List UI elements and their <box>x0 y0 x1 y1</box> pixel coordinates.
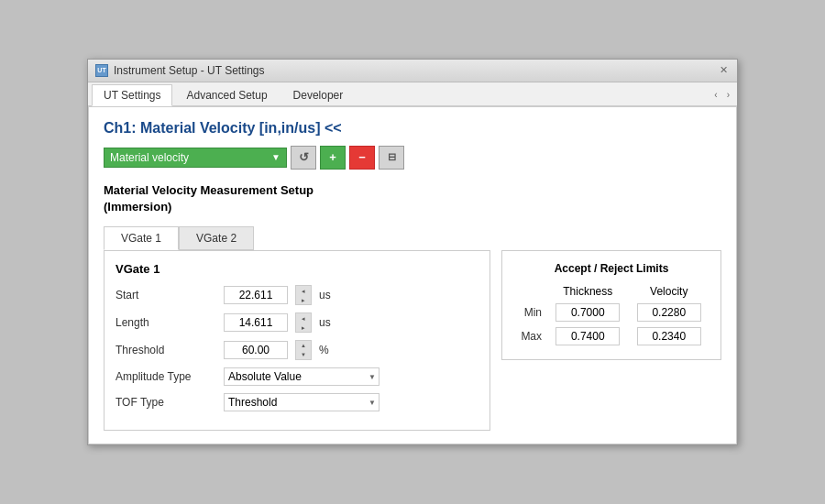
start-label: Start <box>116 289 216 301</box>
reset-button[interactable]: ↺ <box>291 146 316 170</box>
start-arrows: ◂ ▸ <box>295 285 312 305</box>
length-right-arrow[interactable]: ▸ <box>296 323 311 332</box>
main-window: UT Instrument Setup - UT Settings ✕ UT S… <box>87 59 738 445</box>
min-velocity-cell <box>629 301 710 324</box>
right-panel: Accept / Reject Limits Thickness Velocit… <box>501 250 721 360</box>
remove-icon: − <box>358 150 366 164</box>
threshold-down-arrow[interactable]: ▼ <box>296 350 311 359</box>
main-content: Ch1: Material Velocity [in,in/us] << Mat… <box>88 106 737 444</box>
vgate-tab-2[interactable]: VGate 2 <box>179 226 254 250</box>
length-row: Length ◂ ▸ us <box>116 312 478 333</box>
reset-icon: ↺ <box>299 150 309 164</box>
save-icon: ⊟ <box>388 151 396 163</box>
add-icon: + <box>329 150 336 164</box>
tab-developer[interactable]: Developer <box>281 84 356 105</box>
tab-ut-settings[interactable]: UT Settings <box>92 84 172 106</box>
threshold-spinner: ▲ ▼ <box>295 340 312 360</box>
tab-advanced-setup[interactable]: Advanced Setup <box>174 84 279 105</box>
max-row: Max <box>513 324 710 348</box>
length-arrows: ◂ ▸ <box>295 312 312 333</box>
tab-bar-left: UT Settings Advanced Setup Developer <box>92 84 357 105</box>
max-thickness-input[interactable] <box>556 327 620 345</box>
min-velocity-input[interactable] <box>637 303 701 322</box>
amplitude-type-wrapper: Absolute Value <box>224 367 380 386</box>
limits-table: Thickness Velocity Min <box>513 282 710 348</box>
tab-nav: ‹ › <box>710 84 737 105</box>
max-velocity-input[interactable] <box>637 327 701 345</box>
tof-type-select[interactable]: Threshold <box>224 393 380 411</box>
min-thickness-cell <box>547 301 628 324</box>
section-header: Ch1: Material Velocity [in,in/us] << <box>104 120 721 137</box>
save-button[interactable]: ⊟ <box>379 146 404 170</box>
add-button[interactable]: + <box>320 146 346 170</box>
tof-type-wrapper: Threshold <box>224 393 380 411</box>
material-velocity-dropdown[interactable]: Material velocity ▼ <box>104 148 287 168</box>
vgate-tab-1[interactable]: VGate 1 <box>104 226 179 250</box>
threshold-input[interactable] <box>224 341 288 359</box>
dropdown-arrow-icon: ▼ <box>271 152 280 162</box>
max-velocity-cell <box>629 324 710 348</box>
remove-button[interactable]: − <box>349 146 375 170</box>
tab-bar: UT Settings Advanced Setup Developer ‹ › <box>88 82 737 106</box>
window-icon: UT <box>95 64 108 77</box>
main-panels: VGate 1 Start ◂ ▸ us Length <box>104 250 721 431</box>
start-input[interactable] <box>224 286 288 304</box>
window-title: Instrument Setup - UT Settings <box>114 64 265 77</box>
start-left-arrow[interactable]: ◂ <box>296 286 311 295</box>
tof-type-row: TOF Type Threshold <box>116 393 478 411</box>
tof-type-label: TOF Type <box>116 396 216 409</box>
min-row: Min <box>513 301 710 324</box>
left-panel: VGate 1 Start ◂ ▸ us Length <box>104 250 490 431</box>
length-input[interactable] <box>224 313 288 332</box>
vgate-section: VGate 1 VGate 2 VGate 1 Start ◂ ▸ <box>104 226 721 431</box>
length-unit: us <box>319 316 337 329</box>
length-left-arrow[interactable]: ◂ <box>296 313 311 323</box>
nav-prev-arrow[interactable]: ‹ <box>710 88 720 102</box>
left-panel-title: VGate 1 <box>116 262 478 276</box>
velocity-col-header: Velocity <box>629 282 710 301</box>
threshold-row: Threshold ▲ ▼ % <box>116 340 478 360</box>
threshold-unit: % <box>319 344 337 356</box>
measurement-title: Material Velocity Measurement Setup (Imm… <box>104 182 721 215</box>
toolbar-row: Material velocity ▼ ↺ + − ⊟ <box>104 146 721 170</box>
max-label: Max <box>513 324 547 348</box>
nav-next-arrow[interactable]: › <box>723 88 733 102</box>
thickness-col-header: Thickness <box>547 282 628 301</box>
amplitude-type-row: Amplitude Type Absolute Value <box>116 367 478 386</box>
min-thickness-input[interactable] <box>556 303 620 322</box>
threshold-label: Threshold <box>116 344 216 356</box>
threshold-up-arrow[interactable]: ▲ <box>296 341 311 350</box>
close-button[interactable]: ✕ <box>717 64 730 77</box>
max-thickness-cell <box>547 324 628 348</box>
title-bar-left: UT Instrument Setup - UT Settings <box>95 64 265 77</box>
start-right-arrow[interactable]: ▸ <box>296 295 311 304</box>
amplitude-type-label: Amplitude Type <box>116 370 216 383</box>
vgate-tabs: VGate 1 VGate 2 <box>104 226 721 250</box>
amplitude-type-select[interactable]: Absolute Value <box>224 367 380 386</box>
start-unit: us <box>319 289 337 301</box>
right-panel-title: Accept / Reject Limits <box>513 262 710 275</box>
start-row: Start ◂ ▸ us <box>116 285 478 305</box>
length-label: Length <box>116 316 216 329</box>
min-label: Min <box>513 301 547 324</box>
title-bar: UT Instrument Setup - UT Settings ✕ <box>88 60 737 82</box>
